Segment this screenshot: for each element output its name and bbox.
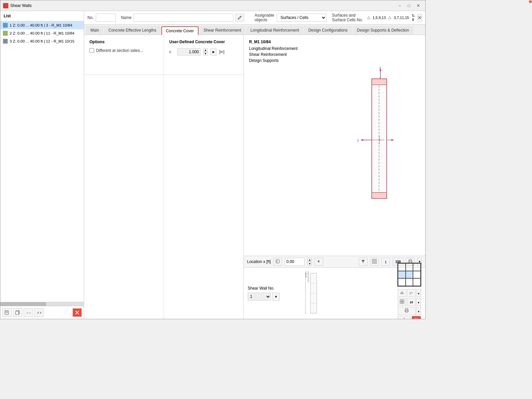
edit-name-button[interactable]	[235, 14, 244, 22]
c-increment[interactable]: ▲	[203, 48, 208, 52]
grid-cell-4[interactable]	[406, 271, 413, 279]
surfaces-range: 5-8	[412, 14, 415, 22]
tab-effective[interactable]: Concrete Effective Lengths	[104, 26, 161, 35]
info-button[interactable]: ℹ !	[381, 258, 390, 266]
location-label: Location x [ft]	[247, 259, 271, 264]
location-increment[interactable]: ▲	[307, 258, 312, 262]
location-arrow-btn[interactable]	[315, 258, 323, 266]
tab-design[interactable]: Design Configurations	[304, 26, 352, 35]
no-field-group: No.	[87, 14, 116, 22]
grid-cell-3[interactable]	[398, 271, 406, 279]
surfaces-label: Surfaces and Surface Cells No.	[332, 13, 364, 22]
location-spinners: ▲ ▼	[307, 258, 312, 266]
location-input[interactable]	[285, 258, 305, 266]
surfaces-group: Surfaces and Surface Cells No. 1,5,9,13 …	[332, 13, 422, 22]
close-footer-button[interactable]	[412, 316, 421, 319]
shear-wall-select-wrap: 1 2 3 ▼	[248, 293, 280, 301]
new-item-button[interactable]	[2, 308, 12, 317]
top-bar: No. Name Assignable objects Surfaces / C…	[84, 11, 425, 25]
close-button[interactable]: ✕	[414, 2, 423, 9]
location-left-btn[interactable]	[273, 258, 282, 266]
svg-rect-29	[372, 79, 387, 85]
settings-footer-button[interactable]	[398, 316, 411, 319]
info-item-0: Longitudinal Reinforcement	[249, 46, 305, 51]
view-dropdown-2[interactable]: ▼	[416, 298, 421, 306]
sidebar-item-2[interactable]: 2 Z: 0.00 ... 40.00 ft | 11 - R_M1 10/84	[0, 29, 84, 37]
duplicate-button[interactable]	[13, 308, 22, 317]
view-btns-row-1: y+ ▼	[398, 289, 421, 297]
render-button[interactable]	[398, 298, 406, 306]
surface-icon-1	[367, 16, 371, 20]
zoom-number: 10	[410, 301, 413, 304]
minimize-button[interactable]: −	[395, 2, 404, 9]
svg-text:40.000 ft: 40.000 ft	[305, 272, 307, 278]
c-decrement[interactable]: ▼	[203, 52, 208, 56]
options-left: Options Different at section sides...	[84, 35, 164, 74]
grid-cell-5[interactable]	[413, 271, 421, 279]
user-defined-title: User-Defined Concrete Cover	[169, 40, 238, 44]
surface-icon-2	[388, 16, 392, 20]
no-input[interactable]	[96, 14, 116, 22]
sidebar: List 1 Z: 0.00 ... 40.00 ft | 3 - R_M1 1…	[0, 11, 84, 319]
sidebar-item-1[interactable]: 1 Z: 0.00 ... 40.00 ft | 3 - R_M1 10/84	[0, 21, 84, 29]
view-3d-button[interactable]	[398, 289, 406, 297]
grid-cell-0[interactable]	[398, 263, 406, 271]
svg-rect-0	[4, 4, 5, 7]
svg-rect-68	[406, 309, 408, 310]
sidebar-item-3[interactable]: 3 Z: 0.00 ... 40.00 ft | 12 - R_M1 10/15	[0, 37, 84, 45]
footer-diagram: 40.000 ft 10.0 10.0 10.0 10.0 ft	[285, 272, 336, 315]
view-btns-row-3: ▼	[398, 307, 421, 315]
clear-surfaces-button[interactable]	[417, 14, 422, 21]
grid-cell-7[interactable]	[406, 278, 413, 286]
grid-cell-2[interactable]	[413, 263, 421, 271]
main-window: Shear Walls − □ ✕ List 1 Z: 0.00 ... 40.…	[0, 0, 426, 319]
grid-cell-8[interactable]	[413, 278, 421, 286]
print-footer-button[interactable]	[398, 307, 416, 315]
svg-marker-44	[391, 139, 394, 141]
view-y-button[interactable]: y+	[407, 289, 416, 297]
c-arrow-btn[interactable]: ▶	[210, 48, 216, 56]
info-item-1: Shear Reinforcement	[249, 52, 305, 57]
svg-text:y: y	[357, 138, 359, 142]
frame-view-button[interactable]	[370, 258, 379, 266]
y-label: y+	[410, 291, 413, 295]
assignable-group: Assignable objects Surfaces / Cells Memb…	[255, 13, 327, 22]
tab-longitudinal[interactable]: Longitudinal Reinforcement	[246, 26, 303, 35]
sidebar-header: List	[0, 11, 84, 21]
zoom-value-button[interactable]: 10	[407, 298, 416, 306]
name-input[interactable]	[134, 14, 233, 22]
svg-rect-2	[6, 6, 7, 7]
c-field-row: c ▲ ▼ ▶ [in]	[169, 48, 238, 56]
assignable-select[interactable]: Surfaces / Cells Members Sets	[277, 14, 327, 22]
grid-cell-6[interactable]	[398, 278, 406, 286]
shear-wall-select[interactable]: 1 2 3	[248, 293, 271, 301]
shear-wall-section: Shear Wall No. 1 2 3 ▼	[248, 286, 280, 301]
title-bar: Shear Walls − □ ✕	[0, 0, 425, 11]
print-dropdown-2[interactable]: ▼	[416, 307, 421, 315]
check-all-button[interactable]: ✓✓	[24, 308, 33, 317]
options-empty-right	[164, 75, 243, 319]
maximize-button[interactable]: □	[405, 2, 413, 9]
c-value-input[interactable]	[177, 48, 200, 56]
different-sides-checkbox[interactable]	[89, 48, 94, 53]
sidebar-scrollbar[interactable]	[0, 302, 84, 306]
uncheck-all-button[interactable]: ✗✗	[34, 308, 44, 317]
grid-cell-1[interactable]	[406, 263, 413, 271]
svg-rect-50	[373, 260, 375, 262]
viz-main: R_M1 10/84 Longitudinal Reinforcement Sh…	[244, 35, 425, 256]
name-label: Name	[121, 15, 132, 20]
shear-wall-dropdown[interactable]: ▼	[272, 293, 280, 301]
grid-view	[397, 263, 421, 287]
item-color-2	[3, 31, 8, 36]
tab-main[interactable]: Main	[86, 26, 103, 35]
tab-supports[interactable]: Design Supports & Deflection	[353, 26, 414, 35]
view-dropdown-1[interactable]: ▼	[416, 289, 421, 297]
tab-shear[interactable]: Shear Reinforcement	[199, 26, 245, 35]
delete-button[interactable]	[72, 308, 82, 317]
tab-content: Options Different at section sides... Us…	[84, 35, 425, 319]
viz-area: R_M1 10/84 Longitudinal Reinforcement Sh…	[244, 35, 425, 267]
filter-button[interactable]	[359, 258, 367, 266]
item-color-1	[3, 23, 8, 28]
tab-cover[interactable]: Concrete Cover	[161, 26, 199, 35]
location-decrement[interactable]: ▼	[307, 262, 312, 266]
